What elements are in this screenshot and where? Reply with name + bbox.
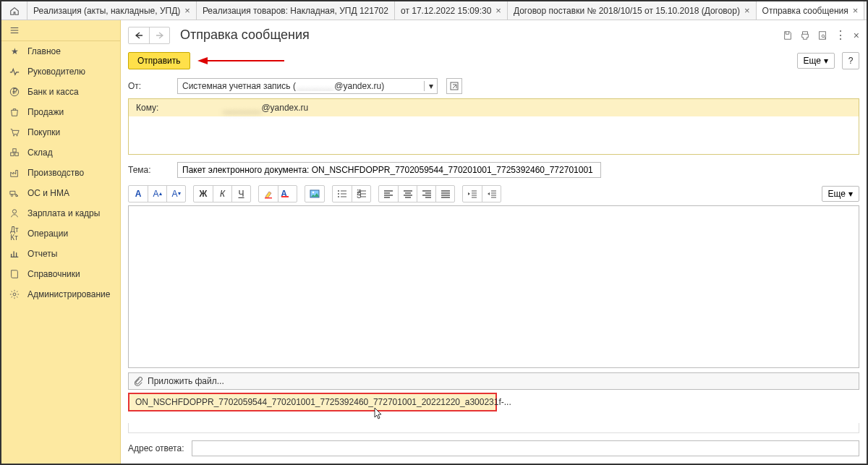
tab-item[interactable]: Реализация (акты, накладные, УПД)× <box>27 1 197 20</box>
sidebar-item-operations[interactable]: ДтКтОперации <box>1 223 120 244</box>
send-button[interactable]: Отправить <box>128 52 190 69</box>
ledger-icon: ДтКт <box>9 228 20 239</box>
font-decrease-button[interactable]: A▾ <box>166 186 185 202</box>
cart-icon <box>9 127 20 138</box>
factory-icon <box>9 167 20 179</box>
sidebar-item-admin[interactable]: Администрирование <box>1 284 120 304</box>
close-icon[interactable]: × <box>495 5 501 16</box>
editor-body[interactable] <box>128 205 859 368</box>
svg-rect-16 <box>265 197 272 199</box>
attachment-item[interactable]: ON_NSCHFDOPPR_7702059544_770201001_77253… <box>128 393 497 411</box>
toolbar-more-button[interactable]: Еще▾ <box>822 186 859 202</box>
tab-item[interactable]: Договор поставки № 2018/10/15 от 15.10.2… <box>508 1 757 20</box>
chevron-down-icon[interactable]: ▾ <box>424 81 437 91</box>
sidebar-item-assets[interactable]: ОС и НМА <box>1 183 120 203</box>
help-button[interactable]: ? <box>842 52 859 69</box>
close-icon[interactable]: × <box>744 5 750 16</box>
numbered-list-button[interactable]: 123 <box>352 186 370 202</box>
to-label: Кому: <box>129 103 216 113</box>
sidebar-item-leader[interactable]: Руководителю <box>1 61 120 82</box>
book-icon <box>9 268 20 280</box>
recipients-box: Кому: ________@yandex.ru <box>128 98 859 155</box>
ruble-icon: ₽ <box>9 86 20 98</box>
print-icon[interactable] <box>800 30 810 40</box>
sidebar-item-refs[interactable]: Справочники <box>1 264 120 284</box>
preview-icon[interactable] <box>817 30 827 40</box>
svg-point-19 <box>338 190 339 192</box>
close-icon[interactable]: × <box>184 5 190 16</box>
svg-point-10 <box>13 293 16 296</box>
close-icon[interactable]: × <box>854 30 859 41</box>
indent-button[interactable] <box>482 186 501 202</box>
insert-image-button[interactable] <box>305 186 324 202</box>
align-left-button[interactable] <box>379 186 398 202</box>
sidebar-item-payroll[interactable]: Зарплата и кадры <box>1 203 120 223</box>
tab-bar: Реализация (акты, накладные, УПД)× Реали… <box>1 1 867 20</box>
tab-item[interactable]: Реализация товаров: Накладная, УПД 12170… <box>197 1 395 20</box>
align-center-button[interactable] <box>398 186 417 202</box>
font-button[interactable]: A <box>129 186 148 202</box>
gear-icon <box>9 289 20 300</box>
svg-point-7 <box>11 195 12 196</box>
font-increase-button[interactable]: A▴ <box>148 186 166 202</box>
back-button[interactable] <box>129 27 149 43</box>
sidebar-item-production[interactable]: Производство <box>1 163 120 183</box>
svg-point-20 <box>338 193 339 195</box>
sidebar-item-purchases[interactable]: Покупки <box>1 122 120 142</box>
tab-item[interactable]: от 17.12.2022 15:09:30× <box>395 1 508 20</box>
svg-point-2 <box>13 135 14 137</box>
svg-point-3 <box>17 135 18 137</box>
svg-point-9 <box>12 210 16 213</box>
chevron-down-icon: ▾ <box>848 189 853 199</box>
sidebar-item-reports[interactable]: Отчеты <box>1 244 120 264</box>
kebab-icon[interactable]: ⋮ <box>835 28 846 42</box>
italic-button[interactable]: К <box>213 186 231 202</box>
from-field[interactable]: Системная учетная запись (________@yande… <box>177 78 438 94</box>
tab-home[interactable] <box>1 1 27 20</box>
align-justify-button[interactable] <box>435 186 454 202</box>
svg-rect-6 <box>13 149 16 152</box>
svg-rect-5 <box>15 153 18 155</box>
to-value[interactable]: ________@yandex.ru <box>216 103 308 113</box>
person-icon <box>9 208 20 219</box>
svg-text:₽: ₽ <box>12 87 17 95</box>
svg-point-18 <box>312 192 315 194</box>
editor-toolbar: A A▴ A▾ Ж К Ч A 123 <box>121 182 867 205</box>
svg-point-12 <box>822 35 825 38</box>
replyto-label: Адрес ответа: <box>128 443 186 453</box>
replyto-input[interactable] <box>192 440 859 456</box>
svg-point-8 <box>15 195 17 196</box>
home-icon <box>9 6 20 16</box>
outdent-button[interactable] <box>463 186 482 202</box>
sidebar: ★Главное Руководителю ₽Банк и касса Прод… <box>1 20 121 464</box>
nav-buttons <box>128 27 170 44</box>
bulleted-list-button[interactable] <box>333 186 352 202</box>
bold-button[interactable]: Ж <box>194 186 213 202</box>
align-right-button[interactable] <box>417 186 435 202</box>
tab-item-active[interactable]: Отправка сообщения× <box>757 1 865 20</box>
svg-point-21 <box>338 196 339 197</box>
sidebar-item-main[interactable]: ★Главное <box>1 41 120 61</box>
save-icon[interactable] <box>783 30 793 40</box>
sidebar-item-warehouse[interactable]: Склад <box>1 142 120 163</box>
more-button[interactable]: Еще▾ <box>797 53 835 69</box>
chart-icon <box>9 248 20 260</box>
bag-icon <box>9 106 20 118</box>
underline-button[interactable]: Ч <box>231 186 250 202</box>
paperclip-icon <box>133 376 143 386</box>
text-color-button[interactable]: A <box>278 186 297 202</box>
menu-button[interactable] <box>1 20 120 40</box>
subject-input[interactable] <box>177 162 601 178</box>
recipients-area[interactable] <box>129 116 859 154</box>
content-area: Отправка сообщения ⋮ × Отправить Еще▾ ? … <box>121 20 867 464</box>
open-button[interactable] <box>446 78 462 94</box>
attach-file-button[interactable]: Приложить файл... <box>128 372 859 390</box>
page-title: Отправка сообщения <box>180 27 783 43</box>
highlight-button[interactable] <box>259 186 278 202</box>
sidebar-item-sales[interactable]: Продажи <box>1 102 120 122</box>
forward-button[interactable] <box>149 27 169 43</box>
boxes-icon <box>9 147 20 158</box>
close-icon[interactable]: × <box>853 5 859 16</box>
arrow-annotation <box>197 55 284 67</box>
sidebar-item-bank[interactable]: ₽Банк и касса <box>1 82 120 102</box>
